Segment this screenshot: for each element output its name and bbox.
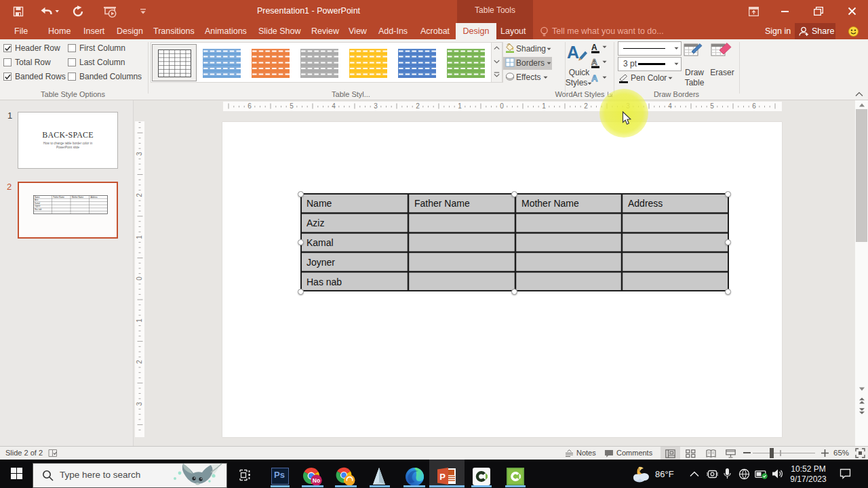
svg-text:1: 1 <box>136 319 143 323</box>
svg-text:4: 4 <box>668 102 672 110</box>
svg-text:0: 0 <box>500 102 504 110</box>
svg-text:1: 1 <box>542 102 546 110</box>
svg-text:Joyner: Joyner <box>35 205 40 207</box>
svg-text:Kamal: Kamal <box>35 202 40 205</box>
svg-text:P: P <box>439 472 446 482</box>
svg-text:3: 3 <box>136 402 143 406</box>
svg-text:A: A <box>591 43 597 52</box>
svg-text:6: 6 <box>248 102 252 110</box>
svg-text:Address: Address <box>91 196 98 199</box>
svg-text:0: 0 <box>136 277 143 281</box>
svg-text:No: No <box>313 477 320 484</box>
svg-text:3: 3 <box>136 152 143 156</box>
svg-text:Has nab: Has nab <box>35 208 42 211</box>
svg-text:5: 5 <box>710 102 714 110</box>
svg-text:A: A <box>591 58 597 67</box>
svg-text:Mother Name: Mother Name <box>72 196 83 199</box>
svg-text:A: A <box>591 73 598 83</box>
svg-text:2: 2 <box>584 102 588 110</box>
svg-text:Father Name: Father Name <box>54 196 65 199</box>
svg-text:2: 2 <box>136 193 143 197</box>
svg-text:A: A <box>567 43 579 61</box>
svg-text:6: 6 <box>752 102 756 110</box>
svg-text:2: 2 <box>136 360 143 364</box>
svg-text:4: 4 <box>332 102 336 110</box>
svg-text:1: 1 <box>136 235 143 239</box>
svg-text:Name: Name <box>35 196 40 199</box>
svg-text:Aziz: Aziz <box>35 199 39 201</box>
svg-text:2: 2 <box>416 102 420 110</box>
svg-text:3: 3 <box>374 102 378 110</box>
svg-text:1: 1 <box>458 102 462 110</box>
svg-text:5: 5 <box>290 102 294 110</box>
